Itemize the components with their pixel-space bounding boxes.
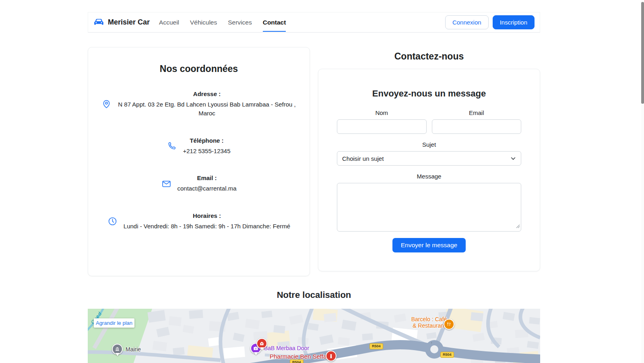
brand-logo[interactable]: Merisier Car <box>93 17 150 28</box>
main-content: Nos coordonnées Adresse : N 87 Appt. 03 … <box>88 47 540 276</box>
nav-link-vehicules[interactable]: Véhicules <box>190 13 217 32</box>
pharmacy-icon <box>328 353 334 359</box>
signup-button[interactable]: Inscription <box>493 15 535 29</box>
contact-section: Contactez-nous Envoyez-nous un message N… <box>318 47 540 276</box>
coordinates-title: Nos coordonnées <box>88 64 310 74</box>
name-input[interactable] <box>337 119 427 134</box>
login-button[interactable]: Connexion <box>445 15 489 29</box>
email-field-group: Email <box>432 109 522 134</box>
nav-link-services[interactable]: Services <box>228 13 252 32</box>
name-field-group: Nom <box>337 109 427 134</box>
hours-value: Lundi - Vendredi: 8h - 19h Samedi: 9h - … <box>124 222 290 231</box>
house-cross-icon <box>259 341 264 346</box>
submit-row: Envoyer le message <box>337 238 521 252</box>
email-label: Email <box>432 109 522 116</box>
road-shield-r504: R504 <box>369 343 383 349</box>
brand-name: Merisier Car <box>108 18 150 27</box>
scrollbar-track[interactable] <box>641 0 644 363</box>
address-value: N 87 Appt. 03 2e Etg. Bd Lahcen Lyoussi … <box>118 100 297 118</box>
road-shield-r504: R504 <box>290 359 303 363</box>
subject-label: Sujet <box>337 141 521 148</box>
enlarge-map-button[interactable]: Agrandir le plan <box>94 318 134 328</box>
navbar: Merisier Car Accueil Véhicules Services … <box>88 12 540 33</box>
envelope-icon <box>161 179 171 189</box>
pharmacie-ben-seffar-marker[interactable] <box>326 351 336 361</box>
nav-link-accueil[interactable]: Accueil <box>159 13 179 32</box>
coordinates-card: Nos coordonnées Adresse : N 87 Appt. 03 … <box>88 47 310 276</box>
barcelo-cafe-restaurant-marker[interactable] <box>444 319 454 330</box>
restaurant-icon <box>446 322 452 327</box>
scrollbar-thumb[interactable] <box>641 2 644 104</box>
nav-links: Accueil Véhicules Services Contact <box>159 12 286 32</box>
form-heading: Envoyez-nous un message <box>337 88 521 99</box>
address-label: Adresse : <box>118 90 297 97</box>
phone-label: Téléphone : <box>183 137 230 144</box>
bab-merbaa-door-label: BaB Merbaa Door <box>264 345 309 351</box>
auth-buttons: Connexion Inscription <box>445 15 535 29</box>
hours-item: Horaires : Lundi - Vendredi: 8h - 19h Sa… <box>88 212 310 231</box>
name-email-row: Nom Email <box>337 109 521 134</box>
email-label: Email : <box>178 174 237 181</box>
car-logo-icon <box>93 17 104 28</box>
message-label: Message <box>337 173 521 180</box>
phone-item: Téléphone : +212 5355-12345 <box>88 137 310 156</box>
address-item: Adresse : N 87 Appt. 03 2e Etg. Bd Lahce… <box>88 90 310 118</box>
phone-icon <box>167 141 177 151</box>
page-container: Merisier Car Accueil Véhicules Services … <box>88 0 540 363</box>
email-input[interactable] <box>432 119 522 134</box>
nav-link-contact[interactable]: Contact <box>263 13 286 32</box>
hours-label: Horaires : <box>124 212 290 219</box>
phone-value: +212 5355-12345 <box>183 147 230 156</box>
subject-select[interactable]: Choisir un sujet <box>337 151 521 166</box>
road-shield-r504: R504 <box>440 352 454 358</box>
location-pin-icon <box>101 99 111 109</box>
chevron-down-icon <box>510 156 516 161</box>
location-title: Notre localisation <box>88 290 540 300</box>
email-value: contact@carrental.ma <box>178 184 237 193</box>
civic-building-icon <box>115 347 120 352</box>
name-label: Nom <box>337 109 427 116</box>
contact-title: Contactez-nous <box>318 51 540 62</box>
clock-icon <box>107 216 118 226</box>
message-form-card: Envoyez-nous un message Nom Email Sujet … <box>318 69 540 271</box>
pharmacie-ben-seffar-label: Pharmacie Ben Seffar <box>270 353 328 360</box>
subject-group: Sujet Choisir un sujet <box>337 141 521 166</box>
message-group: Message <box>337 173 521 232</box>
phone-text: Téléphone : +212 5355-12345 <box>183 137 230 156</box>
email-item: Email : contact@carrental.ma <box>88 174 310 193</box>
hours-text: Horaires : Lundi - Vendredi: 8h - 19h Sa… <box>124 212 290 231</box>
email-text: Email : contact@carrental.ma <box>178 174 237 193</box>
mairie-label: Mairie <box>126 346 141 353</box>
mairie-marker[interactable] <box>112 344 123 355</box>
send-message-button[interactable]: Envoyer le message <box>392 238 466 252</box>
subject-selected-value: Choisir un sujet <box>342 155 384 162</box>
message-textarea[interactable] <box>337 183 521 232</box>
pharmacy-pin-marker[interactable] <box>256 338 267 349</box>
address-text: Adresse : N 87 Appt. 03 2e Etg. Bd Lahce… <box>118 90 297 118</box>
google-map[interactable]: ↑ ↑ Agrandir le plan Oued R504 R504 R504… <box>88 309 540 363</box>
message-textarea-wrap <box>337 183 521 232</box>
